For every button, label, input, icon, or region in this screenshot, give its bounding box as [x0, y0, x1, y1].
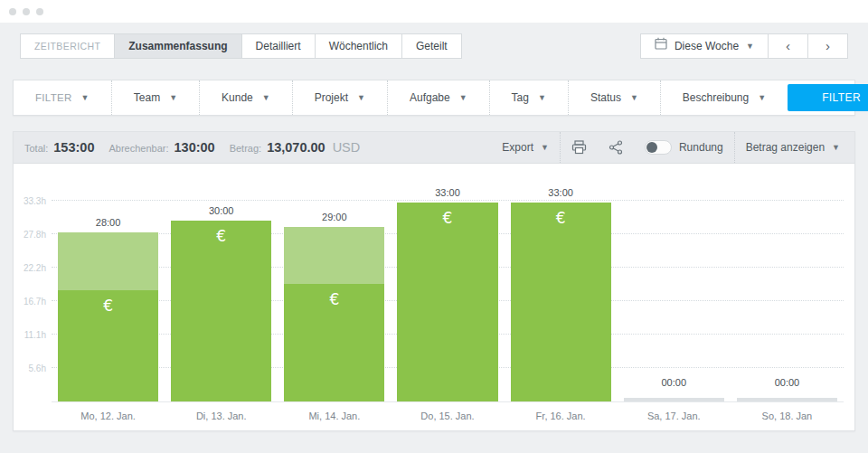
bar-column[interactable]: €29:00 [278, 184, 391, 401]
x-axis-label: Fr, 16. Jan. [505, 411, 618, 421]
filter-main-label: FILTER [35, 92, 72, 103]
total-label: Total: [24, 143, 48, 154]
bar-column[interactable]: €33:00 [391, 184, 504, 401]
chevron-left-icon: ‹ [782, 34, 794, 58]
bar-value-label: 29:00 [278, 212, 391, 222]
x-axis-label: Di, 13. Jan. [165, 411, 278, 421]
bar-column[interactable]: €28:00 [52, 184, 165, 401]
summary-totals: Total: 153:00 Abrechenbar: 130:00 Betrag… [24, 140, 360, 155]
share-button[interactable] [598, 132, 634, 163]
export-label: Export [502, 141, 533, 154]
filter-tag-dropdown[interactable]: Tag ▼ [489, 80, 568, 115]
chevron-right-icon: › [822, 34, 834, 58]
filter-beschreibung-label: Beschreibung [683, 91, 749, 104]
filter-aufgabe-label: Aufgabe [410, 91, 450, 104]
non-billable-segment [284, 227, 384, 284]
window-dot[interactable] [9, 8, 16, 15]
bar-column[interactable]: €33:00 [505, 184, 618, 401]
y-tick-label: 5.6h [29, 363, 46, 373]
y-tick-label: 16.7h [24, 297, 46, 307]
filter-kunde-dropdown[interactable]: Kunde ▼ [199, 80, 292, 115]
filter-aufgabe-dropdown[interactable]: Aufgabe ▼ [387, 80, 489, 115]
chevron-down-icon: ▼ [169, 93, 177, 102]
bar-value-label: 33:00 [505, 187, 618, 198]
filter-bar: FILTER ▼ Team ▼ Kunde ▼ Projekt ▼ Aufgab… [13, 80, 855, 116]
tab-geteilt[interactable]: Geteilt [402, 33, 462, 59]
share-icon [609, 140, 623, 155]
chevron-down-icon: ▼ [832, 143, 840, 152]
report-toolbar: Total: 153:00 Abrechenbar: 130:00 Betrag… [14, 132, 854, 164]
tab-woechentlich[interactable]: Wöchentlich [316, 33, 402, 59]
billable-value: 130:00 [175, 140, 215, 155]
y-tick-label: 33.3h [24, 196, 46, 206]
billable-segment: € [284, 284, 384, 401]
next-week-button[interactable]: › [808, 33, 848, 59]
bar-value-label: 00:00 [731, 377, 844, 388]
tab-detailliert[interactable]: Detailliert [242, 33, 316, 59]
filter-kunde-label: Kunde [222, 91, 253, 104]
stacked-bar: € [171, 221, 271, 401]
filter-status-dropdown[interactable]: Status ▼ [568, 80, 660, 115]
bar-value-label: 00:00 [618, 377, 731, 388]
bar-column[interactable]: €30:00 [165, 184, 278, 401]
filter-projekt-dropdown[interactable]: Projekt ▼ [292, 80, 387, 115]
bar-column[interactable]: 00:00 [618, 184, 731, 401]
billable-segment: € [58, 290, 158, 401]
amount-display-label: Betrag anzeigen [746, 141, 825, 154]
euro-icon: € [171, 227, 271, 245]
print-button[interactable] [560, 132, 598, 163]
filter-projekt-label: Projekt [315, 91, 348, 104]
euro-icon: € [284, 290, 384, 308]
euro-icon: € [58, 297, 158, 315]
bar-value-label: 33:00 [391, 187, 504, 198]
stacked-bar: € [58, 232, 158, 401]
window-dot[interactable] [36, 8, 43, 15]
filter-beschreibung-dropdown[interactable]: Beschreibung ▼ [660, 80, 788, 115]
y-axis: 33.3h27.8h22.2h16.7h11.1h5.6h [15, 184, 52, 402]
y-tick-label: 27.8h [24, 230, 46, 240]
export-dropdown[interactable]: Export ▼ [491, 132, 560, 163]
filter-team-dropdown[interactable]: Team ▼ [111, 80, 199, 115]
chevron-down-icon: ▼ [541, 143, 549, 152]
amount-value: 13,070.00 [267, 140, 326, 155]
date-range-label: Diese Woche [675, 34, 739, 58]
printer-icon [571, 140, 587, 155]
empty-bar [737, 398, 837, 401]
rounding-control: Rundung [634, 132, 734, 163]
euro-icon: € [397, 209, 497, 227]
report-tools: Export ▼ [491, 132, 844, 163]
window-dot[interactable] [23, 8, 30, 15]
non-billable-segment [58, 232, 158, 289]
chevron-down-icon: ▼ [538, 93, 546, 102]
bar-value-label: 30:00 [165, 205, 278, 216]
rounding-label: Rundung [679, 141, 723, 154]
date-range-picker[interactable]: Diese Woche ▼ [640, 33, 769, 59]
tab-zusammenfassung[interactable]: Zusammenfassung [115, 33, 241, 59]
y-tick-label: 11.1h [24, 330, 46, 340]
bar-value-label: 28:00 [52, 217, 165, 228]
prev-week-button[interactable]: ‹ [769, 33, 808, 59]
zeitbericht-label: ZEITBERICHT [20, 33, 115, 59]
rounding-toggle[interactable] [645, 140, 672, 155]
amount-display-dropdown[interactable]: Betrag anzeigen ▼ [734, 132, 844, 163]
chevron-down-icon: ▼ [758, 93, 766, 102]
apply-filter-button[interactable]: FILTER [788, 84, 868, 111]
x-axis: Mo, 12. Jan.Di, 13. Jan.Mi, 14. Jan.Do, … [52, 402, 844, 421]
filter-main-dropdown[interactable]: FILTER ▼ [14, 80, 111, 115]
bar-chart: 33.3h27.8h22.2h16.7h11.1h5.6h €28:00€30:… [14, 164, 854, 430]
stacked-bar: € [397, 203, 497, 401]
stacked-bar: € [511, 203, 611, 401]
x-axis-label: Sa, 17. Jan. [618, 411, 731, 421]
x-axis-label: So, 18. Jan [731, 411, 844, 421]
billable-segment: € [511, 203, 611, 401]
plot-area: €28:00€30:00€29:00€33:00€33:0000:0000:00 [52, 184, 844, 402]
filter-team-label: Team [134, 91, 160, 104]
billable-segment: € [171, 221, 271, 401]
report-tab-row: ZEITBERICHT Zusammenfassung Detailliert … [20, 33, 848, 59]
bar-column[interactable]: 00:00 [731, 184, 844, 401]
report-card: Total: 153:00 Abrechenbar: 130:00 Betrag… [13, 131, 855, 431]
y-tick-label: 22.2h [24, 263, 46, 273]
amount-label: Betrag: [230, 143, 261, 154]
empty-bar [624, 398, 724, 401]
x-axis-label: Mi, 14. Jan. [278, 411, 391, 421]
